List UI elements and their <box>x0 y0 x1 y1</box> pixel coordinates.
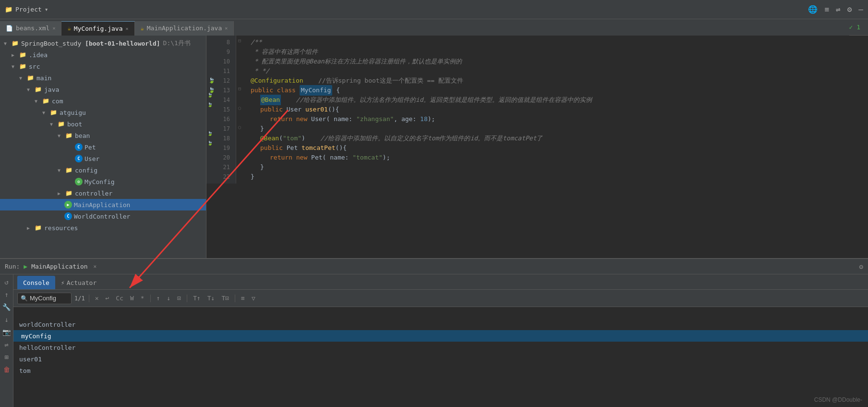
config-folder-label: config <box>75 167 97 174</box>
code-line-16: return new User( name: "zhangsan" , age:… <box>251 114 868 124</box>
scroll-up-tool[interactable]: ↑ <box>1 289 12 300</box>
beans-xml-icon: 📄 <box>6 25 13 32</box>
tab-beans-xml-close[interactable]: ✕ <box>52 25 55 31</box>
filter-2-btn[interactable]: T↓ <box>205 294 217 303</box>
status-check: ✓ 1 <box>849 24 860 31</box>
myconfig-tree-label: MyConfig <box>84 178 115 185</box>
tab-beans-xml[interactable]: 📄 beans.xml ✕ <box>0 21 61 36</box>
tab-mainapplication-java-label: MainApplication.java <box>147 25 222 32</box>
tree-item-worldcontroller[interactable]: C WorldController <box>0 210 206 222</box>
code-line-11: * */ <box>251 66 868 76</box>
code-line-21: } <box>251 162 868 172</box>
gutter-16 <box>207 114 216 124</box>
refresh-tool[interactable]: ↺ <box>1 276 12 288</box>
console-line-worldcontroller: worldController <box>13 319 868 330</box>
menu-icon[interactable]: ≡ <box>824 5 829 14</box>
config-folder-icon: 📁 <box>64 166 73 174</box>
tree-item-boot[interactable]: ▼ 📁 boot <box>0 118 206 130</box>
project-label: Project <box>15 6 42 13</box>
left-panel-tools: ↺ ↑ 🔧 ↓ 📷 ⇌ ⊞ 🗑 <box>0 274 13 407</box>
pet-label: Pet <box>84 144 96 151</box>
layers-tool[interactable]: ⊞ <box>1 351 12 363</box>
tree-item-idea[interactable]: ▶ 📁 .idea <box>0 49 206 61</box>
rows-tool[interactable]: ⇌ <box>1 339 12 350</box>
console-section: Console ⚡ Actuator 🔍 1/1 ✕ ↩ <box>13 274 868 407</box>
run-header: Run: ▶ MainApplication ✕ ⚙ <box>0 259 868 274</box>
filter-3-btn[interactable]: T⊡ <box>219 294 231 303</box>
undo-btn[interactable]: ↩ <box>104 294 111 303</box>
root-folder-icon: 📁 <box>11 39 19 48</box>
console-spacer <box>13 309 868 319</box>
actuator-tab[interactable]: ⚡ Actuator <box>55 276 102 289</box>
tree-item-com[interactable]: ▼ 📁 com <box>0 95 206 107</box>
myconfig-java-icon: ☕ <box>67 25 71 32</box>
funnel-btn[interactable]: ▽ <box>250 294 257 303</box>
console-tab[interactable]: Console <box>17 276 55 289</box>
tree-item-main[interactable]: ▼ 📁 main <box>0 72 206 84</box>
hellocontroller-text: helloController <box>19 344 75 351</box>
console-line-hellocontroller: helloController <box>13 342 868 353</box>
worldcontroller-java-icon: C <box>64 212 72 220</box>
case-btn[interactable]: Cc <box>114 294 125 303</box>
tab-myconfig-java[interactable]: ☕ MyConfig.java ✕ <box>61 21 134 36</box>
tree-item-user[interactable]: C User <box>0 153 206 164</box>
bean-folder-icon: 📁 <box>64 131 73 140</box>
delete-tool[interactable]: 🗑 <box>1 364 12 375</box>
globe-icon[interactable]: 🌐 <box>808 5 818 14</box>
config-folder-arrow: ▼ <box>58 168 64 173</box>
prev-result-btn[interactable]: ↑ <box>155 294 162 303</box>
editor-area: 🍃 🍃 🍃🍃 🍃🍃 8 <box>206 36 868 258</box>
java-arrow: ▼ <box>27 87 34 92</box>
tree-item-src[interactable]: ▼ 📁 src <box>0 61 206 72</box>
next-result-btn[interactable]: ↓ <box>165 294 172 303</box>
tree-item-root[interactable]: ▼ 📁 SpringBoot_study [boot-01-helloworld… <box>0 37 206 49</box>
close-search-btn[interactable]: ✕ <box>93 294 101 303</box>
tree-item-resources[interactable]: ▶ 📁 resources <box>0 222 206 234</box>
search-box[interactable]: 🔍 <box>17 293 72 304</box>
tab-myconfig-java-close[interactable]: ✕ <box>125 26 128 31</box>
tab-mainapplication-java-close[interactable]: ✕ <box>225 25 228 31</box>
word-btn[interactable]: W <box>128 294 136 303</box>
minimize-icon[interactable]: — <box>858 5 863 14</box>
project-dropdown-icon[interactable]: ▾ <box>45 6 48 13</box>
sync-icon[interactable]: ⇌ <box>836 5 841 14</box>
user01-text: user01 <box>19 356 42 363</box>
main-label: main <box>36 74 51 82</box>
bean-folder-label: bean <box>75 132 90 139</box>
code-line-9: * 容器中有这两个组件 <box>251 47 868 57</box>
search-input[interactable] <box>30 295 68 302</box>
scroll-down-tool[interactable]: ↓ <box>1 314 12 325</box>
regex-btn[interactable]: * <box>139 294 146 303</box>
src-icon: 📁 <box>18 62 27 71</box>
tree-item-mainapplication[interactable]: ▶ MainApplication <box>0 199 206 210</box>
tree-item-controller-folder[interactable]: ▶ 📁 controller <box>0 187 206 199</box>
align-btn[interactable]: ≡ <box>239 294 247 303</box>
pet-java-icon: C <box>75 143 83 151</box>
code-editor[interactable]: 🍃 🍃 🍃🍃 🍃🍃 8 <box>206 36 868 258</box>
camera-tool[interactable]: 📷 <box>1 326 12 338</box>
settings-icon[interactable]: ⚙ <box>847 5 852 14</box>
wrap-btn[interactable]: ⊡ <box>175 294 183 303</box>
tree-item-atguigu[interactable]: ▼ 📁 atguigu <box>0 107 206 118</box>
gutter-12: 🍃 <box>207 76 216 86</box>
tree-item-java[interactable]: ▼ 📁 java <box>0 84 206 95</box>
run-tab-close[interactable]: ✕ <box>94 263 97 270</box>
divider-4 <box>235 295 235 302</box>
run-settings-icon[interactable]: ⚙ <box>859 263 863 271</box>
code-line-17: } <box>251 124 868 134</box>
java-label: java <box>44 86 59 93</box>
wrench-tool[interactable]: 🔧 <box>1 301 12 313</box>
root-label: SpringBoot_study [boot-01-helloworld] <box>21 40 160 47</box>
console-toolbar: 🔍 1/1 ✕ ↩ Cc W * ↑ ↓ ⊡ T↑ T↓ <box>13 290 868 307</box>
tree-item-pet[interactable]: C Pet <box>0 141 206 153</box>
run-label: Run: <box>5 263 20 270</box>
console-line-user01: user01 <box>13 353 868 365</box>
filter-1-btn[interactable]: T↑ <box>191 294 203 303</box>
title-bar: 📁 Project ▾ 🌐 ≡ ⇌ ⚙ — <box>0 0 868 19</box>
tree-item-myconfig[interactable]: ⚙ MyConfig <box>0 176 206 187</box>
user-java-icon: C <box>75 155 83 162</box>
tree-item-bean-folder[interactable]: ▼ 📁 bean <box>0 130 206 141</box>
tab-mainapplication-java[interactable]: ☕ MainApplication.java ✕ <box>135 21 234 36</box>
tree-item-config-folder[interactable]: ▼ 📁 config <box>0 164 206 176</box>
gutter-22 <box>207 172 216 182</box>
